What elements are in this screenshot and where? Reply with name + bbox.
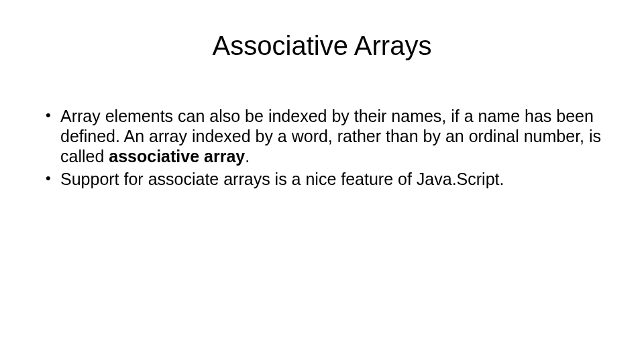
slide: Associative Arrays Array elements can al… — [0, 0, 644, 362]
bullet-text-post: . — [245, 147, 250, 166]
list-item: Array elements can also be indexed by th… — [44, 106, 604, 166]
list-item: Support for associate arrays is a nice f… — [44, 169, 604, 189]
slide-body: Array elements can also be indexed by th… — [44, 106, 604, 192]
slide-title: Associative Arrays — [0, 31, 644, 61]
bullet-list: Array elements can also be indexed by th… — [44, 106, 604, 189]
bullet-text-pre: Support for associate arrays is a nice f… — [60, 170, 504, 188]
bullet-text-bold: associative array — [109, 147, 245, 166]
